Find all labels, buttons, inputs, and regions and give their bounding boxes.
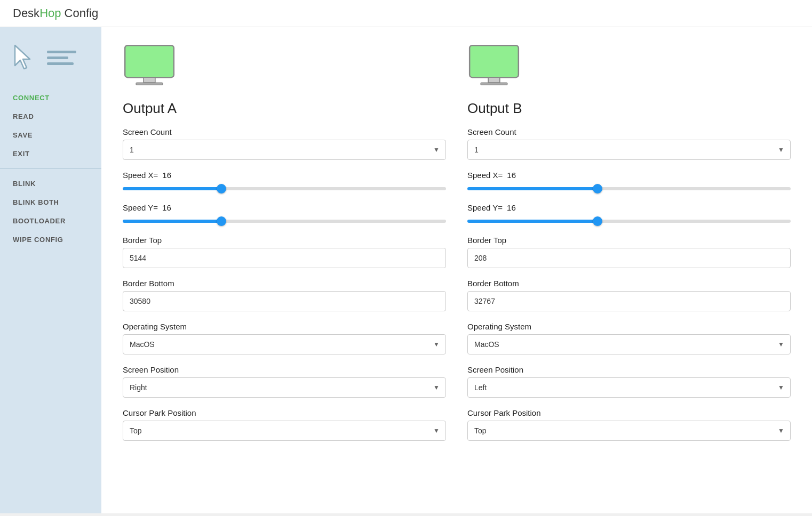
output-a-speed-y-slider[interactable]	[123, 220, 446, 223]
sidebar-item-blink[interactable]: BLINK	[0, 174, 101, 193]
title-desk: Desk	[13, 6, 39, 20]
output-b-screen-count-group: Screen Count 1 2 3 4 ▼	[467, 127, 791, 160]
output-b-title: Output B	[467, 100, 791, 117]
output-b-column: Output B Screen Count 1 2 3 4 ▼	[467, 43, 791, 441]
output-b-os-select[interactable]: MacOS Windows Linux	[467, 334, 791, 354]
cursor-icon	[11, 43, 43, 72]
output-b-screen-count-label: Screen Count	[467, 127, 791, 136]
outputs-grid: Output A Screen Count 1 2 3 4 ▼	[123, 43, 791, 441]
output-b-screen-count-wrapper: 1 2 3 4 ▼	[467, 140, 791, 160]
output-a-speed-x-value: 16	[162, 171, 178, 180]
svg-rect-2	[144, 77, 155, 83]
output-b-screen-position-select[interactable]: Left Right Top Bottom	[467, 377, 791, 398]
sidebar-section-extra: BLINK BLINK BOTH BOOTLOADER WIPE CONFIG	[0, 168, 101, 249]
output-b-cursor-park-label: Cursor Park Position	[467, 408, 791, 417]
svg-rect-6	[481, 83, 507, 85]
output-a-screen-position-label: Screen Position	[123, 365, 446, 374]
app-header: DeskHop Config	[0, 0, 812, 27]
output-a-speed-y-row: Speed Y= 16	[123, 203, 446, 212]
svg-rect-1	[125, 45, 174, 77]
sidebar-logo	[0, 38, 101, 88]
output-a-monitor-icon	[123, 43, 176, 87]
output-b-speed-y-value: 16	[507, 203, 523, 212]
logo-lines	[47, 51, 76, 65]
output-a-border-bottom-label: Border Bottom	[123, 279, 446, 288]
content-area: Output A Screen Count 1 2 3 4 ▼	[101, 27, 812, 513]
output-a-speed-y-group: Speed Y= 16	[123, 203, 446, 225]
output-a-speed-x-label: Speed X=	[123, 171, 158, 180]
output-b-speed-x-slider-container	[467, 183, 791, 192]
output-b-speed-x-row: Speed X= 16	[467, 171, 791, 180]
sidebar-item-exit[interactable]: EXIT	[0, 144, 101, 163]
sidebar-item-wipe-config[interactable]: WIPE CONFIG	[0, 230, 101, 249]
output-a-speed-x-slider[interactable]	[123, 187, 446, 190]
output-a-screen-position-wrapper: Left Right Top Bottom ▼	[123, 377, 446, 398]
output-b-os-group: Operating System MacOS Windows Linux ▼	[467, 322, 791, 354]
output-a-os-label: Operating System	[123, 322, 446, 331]
output-a-speed-x-row: Speed X= 16	[123, 171, 446, 180]
output-a-cursor-park-label: Cursor Park Position	[123, 408, 446, 417]
title-hop: Hop	[39, 6, 61, 20]
sidebar-item-connect[interactable]: CONNECT	[0, 88, 101, 107]
sidebar-item-read[interactable]: READ	[0, 107, 101, 126]
logo-line-1	[47, 51, 76, 53]
output-a-screen-position-select[interactable]: Left Right Top Bottom	[123, 377, 446, 398]
svg-rect-5	[488, 77, 500, 83]
output-b-screen-position-group: Screen Position Left Right Top Bottom ▼	[467, 365, 791, 398]
sidebar: CONNECT READ SAVE EXIT BLINK BLINK BOTH …	[0, 27, 101, 513]
sidebar-nav: CONNECT READ SAVE EXIT BLINK BLINK BOTH …	[0, 88, 101, 249]
output-a-border-top-input[interactable]	[123, 248, 446, 268]
output-b-speed-x-label: Speed X=	[467, 171, 503, 180]
svg-rect-4	[469, 45, 519, 77]
output-b-cursor-park-group: Cursor Park Position Top Bottom Left Rig…	[467, 408, 791, 441]
output-a-border-bottom-input[interactable]	[123, 291, 446, 311]
output-b-speed-x-group: Speed X= 16	[467, 171, 791, 192]
output-b-os-label: Operating System	[467, 322, 791, 331]
output-b-border-top-label: Border Top	[467, 236, 791, 245]
sidebar-item-save[interactable]: SAVE	[0, 126, 101, 144]
output-b-speed-x-slider[interactable]	[467, 187, 791, 190]
output-b-cursor-park-wrapper: Top Bottom Left Right ▼	[467, 421, 791, 441]
output-a-column: Output A Screen Count 1 2 3 4 ▼	[123, 43, 446, 441]
output-b-screen-position-label: Screen Position	[467, 365, 791, 374]
output-b-monitor-icon	[467, 43, 521, 87]
output-b-cursor-park-select[interactable]: Top Bottom Left Right	[467, 421, 791, 441]
output-b-speed-y-group: Speed Y= 16	[467, 203, 791, 225]
output-b-speed-y-label: Speed Y=	[467, 203, 503, 212]
output-a-title: Output A	[123, 100, 446, 117]
output-a-os-group: Operating System MacOS Windows Linux ▼	[123, 322, 446, 354]
sidebar-item-blink-both[interactable]: BLINK BOTH	[0, 193, 101, 212]
logo-line-3	[47, 62, 74, 65]
output-a-border-bottom-group: Border Bottom	[123, 279, 446, 311]
output-a-screen-count-select[interactable]: 1 2 3 4	[123, 140, 446, 160]
output-b-border-bottom-label: Border Bottom	[467, 279, 791, 288]
output-b-screen-count-select[interactable]: 1 2 3 4	[467, 140, 791, 160]
output-b-speed-y-slider-container	[467, 215, 791, 225]
output-b-speed-y-slider[interactable]	[467, 220, 791, 223]
output-b-border-top-input[interactable]	[467, 248, 791, 268]
output-a-os-select[interactable]: MacOS Windows Linux	[123, 334, 446, 354]
output-a-border-top-group: Border Top	[123, 236, 446, 268]
output-a-border-top-label: Border Top	[123, 236, 446, 245]
output-b-screen-position-wrapper: Left Right Top Bottom ▼	[467, 377, 791, 398]
output-a-cursor-park-wrapper: Top Bottom Left Right ▼	[123, 421, 446, 441]
output-b-border-bottom-input[interactable]	[467, 291, 791, 311]
output-a-cursor-park-group: Cursor Park Position Top Bottom Left Rig…	[123, 408, 446, 441]
logo-line-2	[47, 57, 68, 59]
title-config: Config	[61, 6, 98, 20]
output-b-os-wrapper: MacOS Windows Linux ▼	[467, 334, 791, 354]
output-b-border-bottom-group: Border Bottom	[467, 279, 791, 311]
output-a-speed-y-slider-container	[123, 215, 446, 225]
output-a-cursor-park-select[interactable]: Top Bottom Left Right	[123, 421, 446, 441]
output-b-speed-x-value: 16	[507, 171, 523, 180]
output-a-speed-x-slider-container	[123, 183, 446, 192]
output-a-screen-count-label: Screen Count	[123, 127, 446, 136]
app-title: DeskHop Config	[13, 6, 799, 20]
output-a-screen-count-group: Screen Count 1 2 3 4 ▼	[123, 127, 446, 160]
sidebar-item-bootloader[interactable]: BOOTLOADER	[0, 212, 101, 230]
main-layout: CONNECT READ SAVE EXIT BLINK BLINK BOTH …	[0, 27, 812, 513]
output-a-speed-y-label: Speed Y=	[123, 203, 158, 212]
output-b-border-top-group: Border Top	[467, 236, 791, 268]
output-a-os-wrapper: MacOS Windows Linux ▼	[123, 334, 446, 354]
output-a-speed-y-value: 16	[162, 203, 178, 212]
